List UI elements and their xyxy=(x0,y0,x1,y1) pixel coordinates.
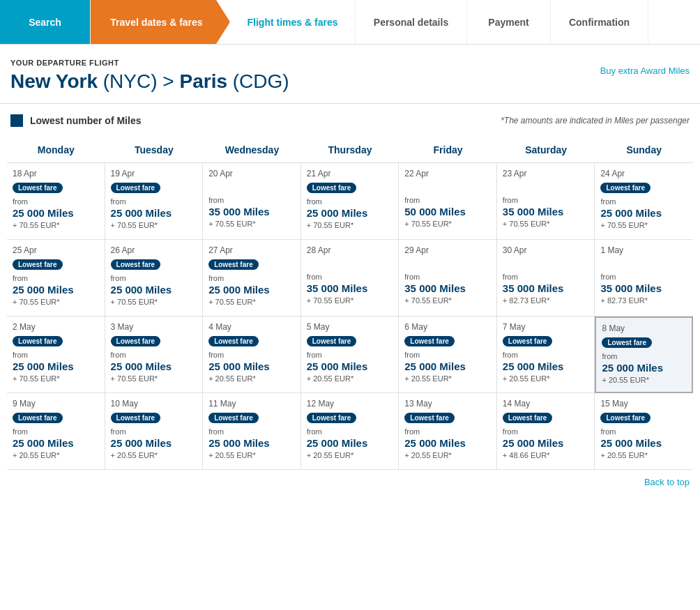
from-label: from xyxy=(600,273,687,281)
miles-amount: 25 000 Miles xyxy=(111,207,197,220)
date-label: 28 Apr xyxy=(307,245,393,255)
fare-badge: Lowest fare xyxy=(307,413,357,423)
date-label: 1 May xyxy=(600,245,687,255)
nav-personal-details[interactable]: Personal details xyxy=(356,0,467,44)
date-label: 13 May xyxy=(404,399,491,409)
calendar-cell-13-may[interactable]: 13 MayLowest farefrom25 000 Miles+ 20.55… xyxy=(399,393,497,470)
calendar-cell-25-apr[interactable]: 25 AprLowest farefrom25 000 Miles+ 70.55… xyxy=(7,240,105,317)
calendar-cell-27-apr[interactable]: 27 AprLowest farefrom25 000 Miles+ 70.55… xyxy=(203,240,301,317)
eur-amount: + 20.55 EUR* xyxy=(404,451,491,459)
eur-amount: + 70.55 EUR* xyxy=(111,374,197,383)
calendar-cell-3-may[interactable]: 3 MayLowest farefrom25 000 Miles+ 70.55 … xyxy=(105,317,204,393)
from-label: from xyxy=(307,351,393,359)
calendar-cell-19-apr[interactable]: 19 AprLowest farefrom25 000 Miles+ 70.55… xyxy=(105,163,204,240)
nav-search[interactable]: Search xyxy=(0,0,91,44)
calendar-cell-30-apr[interactable]: 30 Aprfrom35 000 Miles+ 82.73 EUR* xyxy=(497,240,595,317)
fare-badge: Lowest fare xyxy=(111,413,161,423)
date-label: 25 Apr xyxy=(13,245,99,255)
eur-amount: + 20.55 EUR* xyxy=(208,374,295,383)
date-label: 14 May xyxy=(503,399,589,409)
lowest-miles-label: Lowest number of Miles xyxy=(10,114,141,127)
day-header-friday: Friday xyxy=(399,137,497,162)
calendar-cell-6-may[interactable]: 6 MayLowest farefrom25 000 Miles+ 20.55 … xyxy=(399,317,497,393)
calendar-cell-7-may[interactable]: 7 MayLowest farefrom25 000 Miles+ 20.55 … xyxy=(497,317,595,393)
calendar-cell-26-apr[interactable]: 26 AprLowest farefrom25 000 Miles+ 70.55… xyxy=(105,240,204,317)
from-label: from xyxy=(307,427,393,436)
eur-amount: + 70.55 EUR* xyxy=(111,221,197,229)
fare-badge: Lowest fare xyxy=(503,413,553,423)
fare-badge: Lowest fare xyxy=(307,183,357,193)
eur-amount: + 20.55 EUR* xyxy=(602,376,686,384)
nav-flight-times[interactable]: Flight times & fares xyxy=(230,0,356,44)
from-label: from xyxy=(13,427,99,436)
date-label: 18 Apr xyxy=(13,169,99,178)
calendar-cell-5-may[interactable]: 5 MayLowest farefrom25 000 Miles+ 20.55 … xyxy=(301,317,400,393)
eur-amount: + 70.55 EUR* xyxy=(307,296,393,305)
calendar-cell-12-may[interactable]: 12 MayLowest farefrom25 000 Miles+ 20.55… xyxy=(301,393,400,470)
calendar-cell-18-apr[interactable]: 18 AprLowest farefrom25 000 Miles+ 70.55… xyxy=(7,163,105,240)
calendar-cell-28-apr[interactable]: 28 Aprfrom35 000 Miles+ 70.55 EUR* xyxy=(301,240,400,317)
eur-amount: + 82.73 EUR* xyxy=(600,296,687,305)
eur-amount: + 20.55 EUR* xyxy=(13,451,99,459)
eur-amount: + 70.55 EUR* xyxy=(404,296,491,305)
calendar-cell-15-may[interactable]: 15 MayLowest farefrom25 000 Miles+ 20.55… xyxy=(595,393,693,470)
date-label: 6 May xyxy=(404,322,491,332)
from-label: from xyxy=(208,427,295,436)
nav-travel-dates[interactable]: Travel dates & fares xyxy=(91,0,230,44)
fare-badge: Lowest fare xyxy=(208,259,259,270)
calendar-cell-29-apr[interactable]: 29 Aprfrom35 000 Miles+ 70.55 EUR* xyxy=(399,240,497,317)
calendar-cell-10-may[interactable]: 10 MayLowest farefrom25 000 Miles+ 20.55… xyxy=(105,393,204,470)
miles-amount: 25 000 Miles xyxy=(307,207,393,220)
calendar-cell-1-may[interactable]: 1 Mayfrom35 000 Miles+ 82.73 EUR* xyxy=(595,240,693,317)
calendar-cell-23-apr[interactable]: 23 Aprfrom35 000 Miles+ 70.55 EUR* xyxy=(497,163,595,240)
eur-amount: + 20.55 EUR* xyxy=(404,374,491,383)
nav-confirmation[interactable]: Confirmation xyxy=(551,0,648,44)
fare-badge: Lowest fare xyxy=(111,183,161,193)
from-label: from xyxy=(111,197,197,206)
calendar-cell-24-apr[interactable]: 24 AprLowest farefrom25 000 Miles+ 70.55… xyxy=(595,163,693,240)
fare-badge: Lowest fare xyxy=(600,413,650,423)
fare-badge: Lowest fare xyxy=(503,336,553,346)
buy-miles-link[interactable]: Buy extra Award Miles xyxy=(600,66,690,76)
header-section: YOUR DEPARTURE FLIGHT New York (NYC) > P… xyxy=(0,45,700,104)
miles-amount: 25 000 Miles xyxy=(13,360,99,373)
fare-badge: Lowest fare xyxy=(307,336,357,346)
eur-amount: + 20.55 EUR* xyxy=(307,374,393,383)
day-headers: MondayTuesdayWednesdayThursdayFridaySatu… xyxy=(7,137,693,163)
calendar-cell-20-apr[interactable]: 20 Aprfrom35 000 Miles+ 70.55 EUR* xyxy=(203,163,301,240)
calendar-cell-2-may[interactable]: 2 MayLowest farefrom25 000 Miles+ 70.55 … xyxy=(7,317,105,393)
eur-amount: + 70.55 EUR* xyxy=(600,221,687,229)
day-header-saturday: Saturday xyxy=(497,137,595,162)
calendar-cell-14-may[interactable]: 14 MayLowest farefrom25 000 Miles+ 48.66… xyxy=(497,393,595,470)
calendar-cell-4-may[interactable]: 4 MayLowest farefrom25 000 Miles+ 20.55 … xyxy=(203,317,301,393)
fare-badge: Lowest fare xyxy=(13,413,63,423)
from-label: from xyxy=(208,196,295,204)
date-label: 30 Apr xyxy=(503,245,589,255)
calendar-cell-22-apr[interactable]: 22 Aprfrom50 000 Miles+ 70.55 EUR* xyxy=(399,163,497,240)
miles-amount: 25 000 Miles xyxy=(111,360,197,373)
miles-amount: 35 000 Miles xyxy=(404,282,491,295)
miles-amount: 25 000 Miles xyxy=(208,437,295,450)
from-label: from xyxy=(208,274,295,282)
calendar-cell-11-may[interactable]: 11 MayLowest farefrom25 000 Miles+ 20.55… xyxy=(203,393,301,470)
calendar-grid: 18 AprLowest farefrom25 000 Miles+ 70.55… xyxy=(7,163,693,470)
calendar-cell-9-may[interactable]: 9 MayLowest farefrom25 000 Miles+ 20.55 … xyxy=(7,393,105,470)
from-label: from xyxy=(503,273,589,281)
fare-badge: Lowest fare xyxy=(13,183,63,193)
calendar-cell-21-apr[interactable]: 21 AprLowest farefrom25 000 Miles+ 70.55… xyxy=(301,163,400,240)
fare-badge: Lowest fare xyxy=(404,336,455,346)
route-title: New York (NYC) > Paris (CDG) xyxy=(10,70,690,93)
from-label: from xyxy=(600,197,687,206)
eur-amount: + 48.66 EUR* xyxy=(503,451,589,459)
date-label: 4 May xyxy=(208,322,295,332)
eur-amount: + 70.55 EUR* xyxy=(208,220,295,228)
date-label: 26 Apr xyxy=(111,245,197,255)
nav-payment[interactable]: Payment xyxy=(467,0,551,44)
miles-amount: 25 000 Miles xyxy=(503,437,589,450)
fare-badge: Lowest fare xyxy=(13,259,63,270)
from-label: from xyxy=(307,273,393,281)
calendar-cell-8-may[interactable]: 8 MayLowest farefrom25 000 Miles+ 20.55 … xyxy=(595,317,693,393)
back-to-top[interactable]: Back to top xyxy=(0,470,700,494)
miles-amount: 50 000 Miles xyxy=(404,206,491,218)
date-label: 27 Apr xyxy=(208,245,295,255)
